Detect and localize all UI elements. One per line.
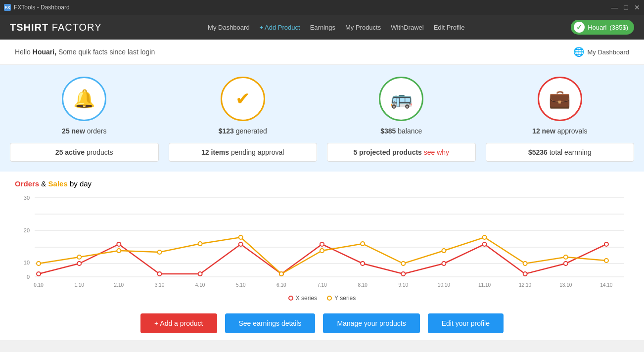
stat-card-balance: 🚌 $385 balance — [327, 77, 476, 135]
svg-text:9.10: 9.10 — [399, 282, 409, 288]
svg-text:7.10: 7.10 — [317, 282, 327, 288]
stat-label-balance: $385 balance — [380, 127, 422, 135]
minimize-button[interactable]: — — [611, 3, 618, 11]
close-button[interactable]: ✕ — [634, 3, 640, 11]
svg-text:5.10: 5.10 — [236, 282, 246, 288]
maximize-button[interactable]: □ — [624, 3, 628, 11]
header-greeting: Hello Houari, Some quik facts since last… — [15, 48, 155, 56]
svg-point-47 — [320, 249, 324, 253]
app-icon: FX — [4, 4, 11, 11]
nav-add-product[interactable]: + Add Product — [260, 24, 300, 31]
svg-point-39 — [604, 242, 608, 246]
svg-point-28 — [157, 272, 161, 276]
stat-boxes: 25 active products 12 items pending appr… — [10, 143, 634, 162]
brand: TSHIRT FACTORY — [10, 22, 102, 33]
svg-point-26 — [77, 262, 81, 265]
svg-point-27 — [117, 242, 121, 246]
titlebar-title: FXTools - Dashboard — [14, 4, 70, 11]
stat-box-projected: 5 projected products see why — [327, 143, 476, 162]
edit-profile-button[interactable]: Edit your profile — [428, 313, 504, 333]
greeting-pre: Hello — [15, 48, 33, 56]
dashboard-link[interactable]: 🌐 My Dashboard — [573, 46, 629, 57]
user-balance: (385$) — [609, 24, 628, 31]
svg-text:14.10: 14.10 — [600, 282, 612, 288]
svg-point-54 — [604, 259, 608, 263]
chart-legend: X series Y series — [15, 295, 629, 302]
svg-text:0.10: 0.10 — [34, 282, 44, 288]
legend-y-dot — [327, 296, 332, 301]
legend-y-label: Y series — [334, 295, 356, 302]
svg-point-44 — [198, 242, 202, 246]
svg-text:0: 0 — [27, 274, 30, 280]
stat-circle-generated: ✔ — [221, 77, 265, 121]
stat-box-total-earning: $5236 total earnning — [486, 143, 635, 162]
svg-text:6.10: 6.10 — [276, 282, 286, 288]
chart-section: Orders & Sales by day 30 20 10 0 0.10 1.… — [0, 172, 644, 307]
see-why-link[interactable]: see why — [424, 148, 449, 156]
main-content: Hello Houari, Some quik facts since last… — [0, 40, 644, 340]
nav-edit-profile[interactable]: Edit Profile — [434, 24, 465, 31]
svg-text:2.10: 2.10 — [114, 282, 124, 288]
chart-title: Orders & Sales by day — [15, 179, 629, 188]
stats-section: 🔔 25 new orders ✔ $123 generated 🚌 $385 … — [0, 65, 644, 172]
chart-sales-label: Sales — [48, 179, 68, 188]
stat-circle-approvals: 💼 — [538, 77, 582, 121]
nav-links: My Dashboard + Add Product Earnings My P… — [208, 24, 464, 31]
svg-point-45 — [239, 235, 243, 239]
legend-x-label: X series — [296, 295, 317, 302]
stat-label-approvals: 12 new approvals — [532, 127, 587, 135]
nav-my-dashboard[interactable]: My Dashboard — [208, 24, 250, 31]
globe-icon: 🌐 — [573, 46, 584, 57]
nav-my-products[interactable]: My Products — [345, 24, 381, 31]
svg-point-46 — [279, 272, 283, 276]
svg-point-52 — [523, 262, 527, 265]
brand-bold: TSHIRT — [10, 22, 48, 33]
svg-point-42 — [117, 249, 121, 253]
svg-text:3.10: 3.10 — [155, 282, 165, 288]
titlebar-left: FX FXTools - Dashboard — [4, 4, 70, 11]
nav-withdrawel[interactable]: WithDrawel — [391, 24, 423, 31]
stat-box-pending: 12 items pending approval — [169, 143, 318, 162]
svg-point-41 — [77, 255, 81, 259]
user-name: Houari — [588, 24, 606, 31]
svg-point-38 — [564, 262, 568, 265]
stat-card-generated: ✔ $123 generated — [169, 77, 318, 135]
svg-point-35 — [442, 262, 446, 265]
svg-point-49 — [401, 262, 405, 265]
footer-buttons: + Add a product See earnings details Man… — [0, 307, 644, 340]
brand-rest: FACTORY — [48, 22, 101, 33]
add-product-button[interactable]: + Add a product — [140, 313, 217, 333]
chart-container: 30 20 10 0 0.10 1.10 2.10 3.10 4.10 5.10… — [15, 193, 629, 292]
greeting-post: Some quik facts since last login — [56, 48, 155, 56]
svg-point-30 — [239, 242, 243, 246]
svg-text:13.10: 13.10 — [559, 282, 572, 288]
stat-card-orders: 🔔 25 new orders — [10, 77, 159, 135]
user-badge: ✓ Houari (385$) — [571, 20, 634, 35]
user-check-icon: ✓ — [574, 22, 585, 33]
svg-point-34 — [401, 272, 405, 276]
stat-box-active-products: 25 active products — [10, 143, 159, 162]
stat-circle-orders: 🔔 — [62, 77, 106, 121]
titlebar: FX FXTools - Dashboard — □ ✕ — [0, 0, 644, 15]
svg-text:30: 30 — [24, 195, 30, 201]
stats-cards: 🔔 25 new orders ✔ $123 generated 🚌 $385 … — [10, 77, 634, 135]
svg-point-33 — [361, 262, 365, 265]
legend-y-series: Y series — [327, 295, 356, 302]
svg-point-43 — [157, 250, 161, 254]
svg-point-53 — [564, 255, 568, 259]
svg-text:10.10: 10.10 — [438, 282, 450, 288]
svg-text:1.10: 1.10 — [74, 282, 84, 288]
chart-svg: 30 20 10 0 0.10 1.10 2.10 3.10 4.10 5.10… — [15, 193, 629, 292]
svg-point-48 — [361, 242, 365, 246]
svg-text:4.10: 4.10 — [195, 282, 205, 288]
svg-point-37 — [523, 272, 527, 276]
stat-label-generated: $123 generated — [219, 127, 267, 135]
chart-title-suffix: by day — [68, 179, 92, 188]
svg-point-51 — [483, 235, 487, 239]
svg-point-36 — [483, 242, 487, 246]
svg-text:10: 10 — [24, 260, 30, 265]
nav-earnings[interactable]: Earnings — [310, 24, 335, 31]
window-controls[interactable]: — □ ✕ — [611, 3, 640, 11]
manage-products-button[interactable]: Manage your products — [323, 313, 419, 333]
see-earnings-button[interactable]: See earnings details — [225, 313, 316, 333]
